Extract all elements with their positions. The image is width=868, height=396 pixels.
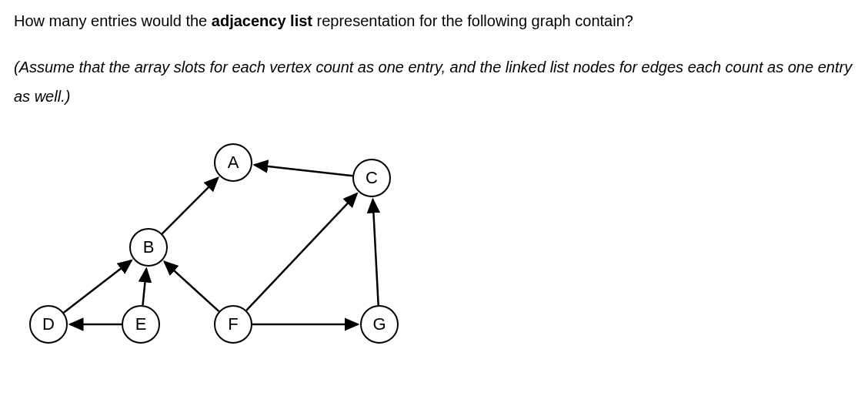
graph-node-a: A [214,143,252,182]
node-label: B [143,237,155,257]
graph-node-b: B [129,228,168,267]
question-bold-term: adjacency list [212,12,312,29]
question-post-text: representation for the following graph c… [312,12,633,29]
graph-node-f: F [214,305,252,344]
edge-d-b [64,260,132,313]
question-pre-text: How many entries would the [14,12,212,29]
graph-node-e: E [122,305,160,344]
edge-c-a [255,165,352,176]
edge-e-b [143,269,147,305]
edge-b-a [162,178,219,233]
node-label: G [372,314,386,334]
node-label: E [135,314,147,334]
question-paragraph: How many entries would the adjacency lis… [14,9,854,32]
graph-node-d: D [29,305,68,344]
node-label: A [228,153,239,173]
document-page: How many entries would the adjacency lis… [0,0,868,359]
graph-node-g: G [360,305,399,344]
edge-f-b [165,262,219,311]
edge-f-c [246,193,357,310]
edge-g-c [373,200,379,305]
node-label: F [228,314,238,334]
question-hint: (Assume that the array slots for each ve… [14,52,854,111]
node-label: C [366,168,378,188]
graph-figure: A B C D E F G [14,128,476,359]
graph-node-c: C [352,159,391,197]
node-label: D [42,314,55,334]
